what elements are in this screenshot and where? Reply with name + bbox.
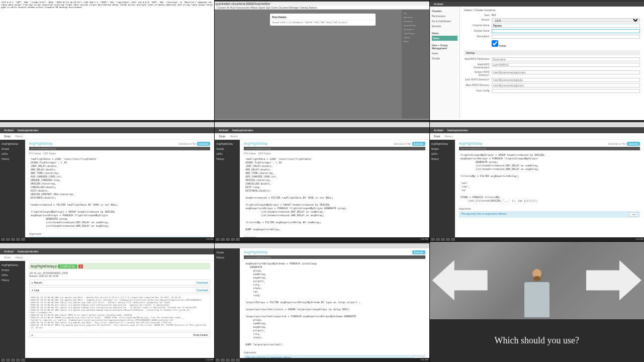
- brand[interactable]: Ambari: [219, 129, 228, 132]
- sb-udfs[interactable]: UDFs: [216, 151, 238, 156]
- sb-groups[interactable]: Groups: [432, 56, 457, 61]
- rs-pig[interactable]: Pig: [404, 12, 427, 16]
- lbl-jobs: Jobs HDFS Directory*: [464, 78, 492, 82]
- sb-history[interactable]: History: [2, 156, 24, 161]
- script-details-bar[interactable]: ▸ Script Details: [29, 332, 210, 338]
- sb-history[interactable]: History: [216, 255, 238, 260]
- sb-history[interactable]: History: [216, 156, 238, 161]
- sb-go[interactable]: Go to Dashboard: [432, 19, 457, 24]
- log-output: 2020-01-18 13:56:06,080 org.apache.pig.M…: [29, 295, 210, 330]
- execute-button[interactable]: Execute: [197, 142, 210, 146]
- nav-hw[interactable]: Hortonworks: [235, 6, 249, 9]
- tab-history[interactable]: History: [15, 135, 23, 138]
- browser-chrome: [430, 122, 644, 127]
- brand[interactable]: Ambari: [4, 250, 14, 253]
- inp-jobs[interactable]: [492, 78, 640, 82]
- nav-hbase[interactable]: HBase: [250, 6, 258, 9]
- windows-taskbar[interactable]: 1:55 PM: [215, 237, 429, 241]
- script-title: AvgFlightDelay: [459, 142, 483, 145]
- inp-display[interactable]: [492, 29, 640, 33]
- nav-oozie[interactable]: Oozie: [271, 6, 278, 9]
- tab-script[interactable]: Script: [4, 256, 11, 259]
- windows-taskbar[interactable]: 1:55 PM: [0, 237, 214, 241]
- inp-webhdfs[interactable]: [492, 57, 640, 61]
- nav-spark[interactable]: Spark: [258, 6, 265, 9]
- pig-helper[interactable]: PIG helper: [29, 152, 41, 155]
- sb-scripts[interactable]: Scripts: [216, 250, 238, 255]
- sb-history[interactable]: History: [431, 156, 453, 161]
- nav-gs[interactable]: Getting Started: [300, 6, 317, 9]
- inp-instance[interactable]: [492, 24, 640, 28]
- sb-clusters[interactable]: Clusters: [432, 9, 457, 14]
- inp-scripts[interactable]: [492, 70, 640, 74]
- windows-taskbar[interactable]: 1:55 PM: [430, 237, 644, 241]
- sb-udfs[interactable]: UDFs: [431, 151, 453, 156]
- code-editor[interactable]: rawFlightData = LOAD '/user/root/flightd…: [244, 156, 425, 233]
- lbl-auth: WebHDFS Authentication: [464, 63, 492, 69]
- inp-host[interactable]: [492, 89, 640, 93]
- nav-hub[interactable]: All Hub: [227, 6, 235, 9]
- sel-version[interactable]: 1.0.0: [492, 18, 640, 22]
- udf-helper[interactable]: UDF helper: [43, 152, 56, 155]
- sb-perms[interactable]: Permissions: [432, 14, 457, 19]
- rs-adv[interactable]: Advanced: [404, 16, 427, 20]
- sb-history[interactable]: History: [2, 278, 24, 283]
- rs-sb[interactable]: Spark Browse: [404, 24, 427, 28]
- exec-on-tez[interactable]: Execute on Tez: [394, 142, 411, 145]
- sb-users[interactable]: Users: [432, 51, 457, 56]
- windows-taskbar[interactable]: 1:55 PM: [0, 358, 214, 362]
- tab-history[interactable]: History: [445, 135, 453, 138]
- sb-udfs[interactable]: UDFs: [2, 273, 24, 278]
- code-editor[interactable]: rawFlightData = LOAD '/user/root/flightd…: [29, 156, 210, 229]
- chk-visible[interactable]: Visible: [492, 40, 506, 47]
- sb-versions[interactable]: Versions: [432, 24, 457, 29]
- lbl-instance: Instance Name: [464, 24, 492, 28]
- browser-chrome: [0, 122, 214, 127]
- sb-views[interactable]: Views: [432, 36, 457, 41]
- inp-desc[interactable]: [492, 35, 640, 39]
- nav-cm[interactable]: Cloudera Manager: [278, 6, 299, 9]
- clock: 1:55 PM: [635, 238, 643, 240]
- pig-helper[interactable]: PIG helper: [244, 152, 256, 155]
- inp-auth[interactable]: [492, 63, 640, 67]
- tab-script[interactable]: Script: [219, 135, 225, 138]
- execute-button[interactable]: Execute: [627, 142, 640, 146]
- rs-dl[interactable]: Download: [404, 20, 427, 24]
- download-link[interactable]: Download: [197, 281, 208, 284]
- logs-bar[interactable]: ▾ LogsDownload: [29, 287, 210, 293]
- sb-scripts[interactable]: Scripts: [216, 146, 238, 151]
- brand[interactable]: Ambari: [4, 129, 14, 132]
- udf-helper[interactable]: UDF helper: [258, 152, 271, 155]
- execute-button[interactable]: Execute: [412, 250, 425, 254]
- firefox-urlbar[interactable]: quickstart.cloudera:8888/hue/editor: [215, 2, 429, 6]
- rs-ed[interactable]: Editor: [404, 40, 427, 44]
- code-editor[interactable]: flightsGroupedByOrigin = GROUP headersre…: [459, 152, 640, 204]
- results-bar[interactable]: ▸ ResultsDownload: [29, 280, 210, 286]
- brand[interactable]: Ambari: [434, 129, 443, 132]
- exec-on-tez[interactable]: Execute on Tez: [609, 142, 626, 145]
- sb-scripts[interactable]: Scripts: [2, 267, 24, 273]
- tab-history[interactable]: History: [15, 256, 23, 259]
- code-editor[interactable]: avgDepartureDelaysBySchema = FOREACH joi…: [244, 260, 425, 348]
- exec-on-tez[interactable]: Execute on Tez: [179, 142, 196, 145]
- sb-scripts[interactable]: Scripts: [2, 146, 24, 151]
- tab-script[interactable]: Script: [434, 135, 440, 138]
- brand[interactable]: Ambari: [434, 3, 443, 6]
- add-arg-button[interactable]: + Add: [629, 212, 638, 217]
- windows-taskbar[interactable]: 1:55 PM: [215, 358, 429, 362]
- nav-clusters[interactable]: Clusters: [217, 6, 226, 9]
- rs-desc[interactable]: Description: [404, 28, 427, 32]
- sb-udfs[interactable]: UDFs: [2, 151, 24, 156]
- execute-button[interactable]: Execute: [412, 142, 425, 146]
- sb-scripts[interactable]: Scripts: [431, 146, 453, 151]
- rs-th[interactable]: Total History: [404, 32, 427, 36]
- result-rows: [257, 10, 368, 119]
- nav-sqrl[interactable]: Sqrl: [266, 6, 270, 9]
- path-bar: /user/root/avgFlightDelay.pig: [244, 147, 425, 150]
- inp-meta[interactable]: [492, 83, 640, 87]
- tab-history[interactable]: History: [230, 135, 238, 138]
- rs-up[interactable]: Upload: [404, 36, 427, 40]
- lbl-host: Host Config: [464, 89, 492, 93]
- download-link[interactable]: Download: [197, 289, 208, 292]
- tab-script[interactable]: Script: [4, 135, 11, 138]
